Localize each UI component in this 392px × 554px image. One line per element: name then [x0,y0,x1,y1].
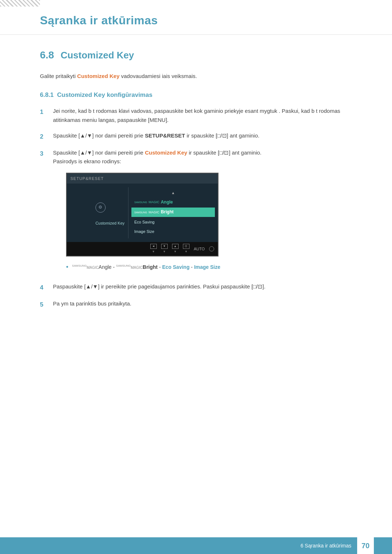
step-text-4: Paspauskite [▲/▼] ir pereikite prie page… [53,282,363,291]
screen-btn-up-icon: ▲ [172,244,179,249]
screen-auto-label: AUTO [194,246,205,252]
setup-reset-bold: SETUP&RESET [145,132,185,139]
sep-1: - [113,264,116,270]
magic-label-1: MAGIC [87,266,99,270]
samsung-label-1: SAMSUNG [72,264,86,267]
screen-left-label: Customized Key [95,220,124,226]
samsung-label-2: SAMSUNG [116,264,131,267]
screen-btn-up: ▲ ▼ [172,244,179,254]
step-2: 2 Spauskite [▲/▼] nor dami pereiti prie … [40,131,363,142]
top-stripe [0,0,40,7]
intro-highlight: Customized Key [77,73,120,79]
footer-section-text: 6 Sąranka ir atkūrimas [301,543,351,549]
screen-btn-down: ▼ ▼ [161,244,168,254]
step-1: 1 Jei norite, kad b t rodomas klavi vado… [40,107,363,125]
step-text-5: Pa ym ta parinktis bus pritaikyta. [53,299,363,308]
menu-item-angle: SAMSUNGMAGIC Angle [131,198,215,207]
section-heading: 6.8 Customized Key [40,49,363,61]
intro-after: vadovaudamiesi iais veiksmais. [119,73,197,79]
magic-label-2: MAGIC [131,266,143,270]
section-title: Customized Key [61,50,134,61]
screen-btn-left-icon: ◄ [150,244,157,249]
intro-paragraph: Galite pritaikyti Customized Key vadovau… [40,72,363,81]
step-3: 3 Spauskite [▲/▼] nor dami pereiti prie … [40,148,363,276]
screen-btn-left-label: ▼ [152,249,155,254]
step-num-1: 1 [40,107,48,117]
screen-btn-left: ◄ ▼ [150,244,157,254]
step-text-3: Spauskite [▲/▼] nor dami pereiti prie Cu… [53,148,363,276]
eco-saving-text: Eco Saving [162,264,189,270]
screen-settings-icon: ⚙ [95,202,106,213]
menu-item-bright: SAMSUNGMAGIC Bright [131,208,215,217]
bullet-dot: • [66,264,68,270]
bright-text: Bright [143,264,158,270]
section-number: 6.8 [40,49,54,61]
screen-title-bar: SETUP&RESET [67,173,218,184]
step-num-5: 5 [40,299,48,310]
screen-btn-enter-icon: ⊡ [183,244,189,249]
sep-2: - [159,264,162,270]
steps-list: 1 Jei norite, kad b t rodomas klavi vado… [40,107,363,310]
page-footer: 6 Sąranka ir atkūrimas 70 [0,537,392,554]
screen-arrow-up: ▲ [131,189,215,197]
footer-page-number: 70 [357,537,374,554]
step-num-4: 4 [40,282,48,293]
menu-item-eco: Eco Saving [131,218,215,226]
screen-btn-down-icon: ▼ [161,244,168,249]
step-num-3: 3 [40,148,48,159]
screen-body: ⚙ Customized Key ▲ SAMSUNGMAGIC Angle [67,184,218,242]
subsection-heading: 6.8.1 Customized Key konfigūravimas [40,91,363,99]
screen-mockup: SETUP&RESET ⚙ Customized Key ▲ [66,173,219,257]
sep-3: - [191,264,194,270]
main-content: 6.8 Customized Key Galite pritaikyti Cus… [0,49,392,345]
step-text-1: Jei norite, kad b t rodomas klavi vadova… [53,107,363,125]
screen-left-panel: ⚙ Customized Key [67,187,128,238]
bullet-text: SAMSUNGMAGICAngle - SAMSUNGMAGICBright -… [72,263,220,271]
page-header: Sąranka ir atkūrimas [0,0,392,35]
screen-bottom-bar: ◄ ▼ ▼ ▼ ▲ ▼ ⊡ ▼ [67,242,218,256]
screen-power-icon [209,246,214,251]
customized-key-highlight: Customized Key [145,149,187,156]
subsection-title: Customized Key konfigūravimas [57,91,152,98]
screen-right-panel: ▲ SAMSUNGMAGIC Angle SAMSUNGMAGIC Bright… [128,187,218,238]
subsection-number: 6.8.1 [40,91,54,98]
step-num-2: 2 [40,131,48,142]
intro-before: Galite pritaikyti [40,73,77,79]
bullet-item: • SAMSUNGMAGICAngle - SAMSUNGMAGICBright… [66,263,363,271]
screen-btn-up-label: ▼ [174,249,177,254]
page-title: Sąranka ir atkūrimas [40,14,363,27]
step-5: 5 Pa ym ta parinktis bus pritaikyta. [40,299,363,310]
step-4: 4 Paspauskite [▲/▼] ir pereikite prie pa… [40,282,363,293]
screen-btn-enter: ⊡ ▼ [183,244,189,254]
screen-btn-enter-label: ▼ [185,249,188,254]
menu-item-imagesize: Image Size [131,227,215,236]
angle-text: Angle [99,264,112,270]
screen-btn-down-label: ▼ [163,249,166,254]
image-size-text: Image Size [194,264,220,270]
step-text-2: Spauskite [▲/▼] nor dami pereiti prie SE… [53,131,363,140]
